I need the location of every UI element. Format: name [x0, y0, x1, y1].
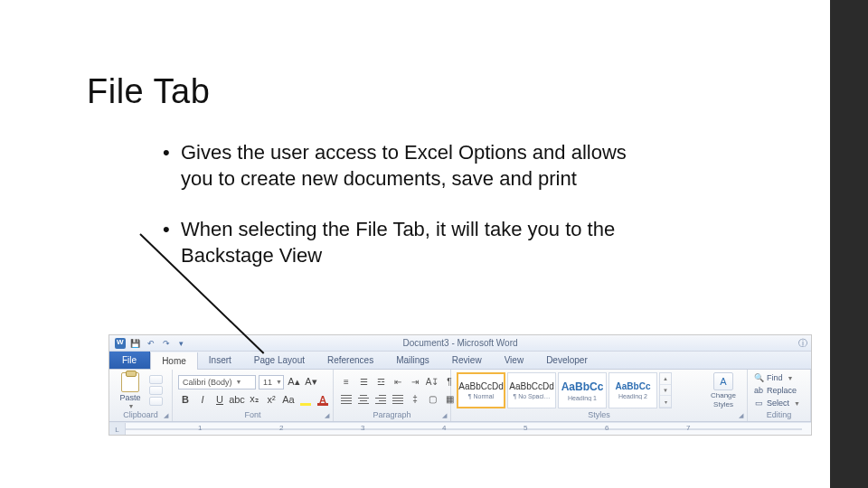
tab-page-layout[interactable]: Page Layout [243, 352, 316, 369]
align-center-button[interactable] [356, 392, 371, 407]
align-right-button[interactable] [373, 392, 388, 407]
quick-access-toolbar: 💾 ↶ ↷ ▾ [109, 337, 193, 349]
indent-increase-button[interactable]: ⇥ [408, 375, 422, 389]
ruler-number: 2 [279, 424, 283, 432]
dialog-launcher-icon[interactable]: ◢ [325, 412, 329, 419]
copy-button[interactable] [149, 386, 163, 395]
change-styles-line1: Change [711, 391, 736, 399]
bold-button[interactable]: B [178, 392, 193, 407]
style-heading-2[interactable]: AaBbCc Heading 2 [609, 372, 657, 408]
bullets-button[interactable]: ≡ [339, 375, 354, 389]
minimize-ribbon-icon[interactable]: ⓘ [798, 337, 807, 350]
cut-button[interactable] [149, 375, 163, 384]
qat-undo-button[interactable]: ↶ [145, 337, 156, 349]
superscript-button[interactable]: x² [264, 392, 278, 407]
ruler-ticks: 1 2 3 4 5 6 7 [126, 423, 802, 435]
find-icon: 🔍 [753, 372, 764, 383]
numbering-button[interactable]: ☰ [356, 375, 371, 389]
ruler-number: 5 [524, 424, 527, 432]
group-paragraph: ≡ ☰ ☲ ⇤ ⇥ A↧ ¶ ‡ ▢ [334, 370, 451, 421]
format-painter-button[interactable] [149, 397, 163, 406]
tab-mailings[interactable]: Mailings [385, 352, 441, 369]
horizontal-ruler: L 1 2 3 4 5 6 7 [109, 422, 811, 435]
line-spacing-button[interactable]: ‡ [408, 392, 422, 407]
find-button[interactable]: 🔍 Find▼ [753, 372, 800, 383]
multilevel-button[interactable]: ☲ [373, 375, 388, 389]
window-title: Document3 - Microsoft Word [402, 338, 517, 348]
ribbon-body: Paste ▼ Clipboard ◢ Calibri [109, 370, 811, 422]
bullet-text: Gives the user access to Excel Options a… [181, 140, 633, 192]
qat-save-button[interactable]: 💾 [129, 337, 141, 349]
bullet-dot-icon: • [163, 140, 174, 192]
paste-icon [121, 372, 139, 392]
slide-side-accent [830, 0, 868, 488]
group-font: Calibri (Body)▼ 11▼ A▴ A▾ B I U abc x₂ x… [173, 370, 334, 421]
style-normal[interactable]: AaBbCcDd ¶ Normal [457, 372, 505, 408]
sort-button[interactable]: A↧ [425, 375, 439, 389]
tab-developer[interactable]: Developer [535, 352, 599, 369]
tab-references[interactable]: References [316, 352, 385, 369]
more-icon: ▾ [660, 396, 671, 408]
ruler-number: 4 [442, 424, 446, 432]
highlight-button[interactable] [298, 392, 313, 407]
replace-button[interactable]: ab Replace [753, 385, 800, 396]
font-name-combo[interactable]: Calibri (Body)▼ [178, 375, 256, 389]
chevron-up-icon: ▲ [660, 373, 671, 385]
strikethrough-button[interactable]: abc [230, 392, 244, 407]
ruler-number: 6 [605, 424, 609, 432]
text-effects-button[interactable]: Aa [281, 392, 296, 407]
group-label-font: Font ◢ [178, 409, 327, 421]
group-clipboard: Paste ▼ Clipboard ◢ [109, 370, 173, 421]
styles-gallery: AaBbCcDd ¶ Normal AaBbCcDd ¶ No Spaci… A… [457, 372, 702, 408]
ruler-number: 3 [361, 424, 364, 432]
dialog-launcher-icon[interactable]: ◢ [739, 412, 743, 419]
change-styles-button[interactable]: A Change Styles [705, 372, 741, 408]
shrink-font-button[interactable]: A▾ [304, 375, 318, 389]
ruler-number: 1 [198, 424, 202, 432]
styles-gallery-more[interactable]: ▲ ▼ ▾ [659, 372, 672, 408]
dialog-launcher-icon[interactable]: ◢ [164, 412, 168, 419]
tab-home[interactable]: Home [150, 352, 198, 370]
bullet-item: • Gives the user access to Excel Options… [163, 140, 633, 192]
qat-redo-button[interactable]: ↷ [160, 337, 172, 349]
tab-file[interactable]: File [109, 352, 150, 369]
chevron-down-icon: ▼ [128, 403, 135, 409]
grow-font-button[interactable]: A▴ [287, 375, 301, 389]
word-title-bar: 💾 ↶ ↷ ▾ Document3 - Microsoft Word ⓘ [109, 335, 811, 352]
align-left-button[interactable] [339, 392, 354, 407]
group-label-styles: Styles ◢ [457, 409, 741, 421]
select-icon: ▭ [753, 398, 764, 408]
word-ribbon-screenshot: 💾 ↶ ↷ ▾ Document3 - Microsoft Word ⓘ Fil… [108, 334, 812, 436]
justify-button[interactable] [391, 392, 405, 407]
paste-button[interactable]: Paste ▼ [115, 372, 146, 409]
indent-decrease-button[interactable]: ⇤ [391, 375, 405, 389]
font-size-combo[interactable]: 11▼ [259, 375, 284, 389]
italic-button[interactable]: I [195, 392, 210, 407]
subscript-button[interactable]: x₂ [247, 392, 261, 407]
slide-title: File Tab [87, 72, 210, 111]
tab-review[interactable]: Review [441, 352, 494, 369]
style-heading-1[interactable]: AaBbCc Heading 1 [558, 372, 607, 408]
change-styles-icon: A [713, 372, 733, 390]
ruler-corner-icon[interactable]: L [109, 423, 126, 435]
ribbon-tab-strip: File Home Insert Page Layout References … [109, 352, 811, 370]
group-styles: AaBbCcDd ¶ Normal AaBbCcDd ¶ No Spaci… A… [451, 370, 748, 421]
shading-button[interactable]: ▢ [425, 392, 439, 407]
paste-label: Paste [119, 393, 140, 402]
bullet-item: • When selecting the File Tab, it will t… [163, 217, 633, 268]
change-styles-line2: Styles [713, 400, 733, 408]
qat-customize-button[interactable]: ▾ [175, 337, 187, 349]
underline-button[interactable]: U [212, 392, 227, 407]
style-no-spacing[interactable]: AaBbCcDd ¶ No Spaci… [507, 372, 556, 408]
tab-insert[interactable]: Insert [198, 352, 243, 369]
font-color-button[interactable]: A [316, 392, 330, 407]
select-button[interactable]: ▭ Select▼ [753, 398, 800, 408]
tab-view[interactable]: View [494, 352, 536, 369]
ruler-number: 7 [686, 424, 690, 432]
group-editing: 🔍 Find▼ ab Replace ▭ Select▼ Editing [748, 370, 811, 421]
bullet-list: • Gives the user access to Excel Options… [163, 140, 633, 294]
dialog-launcher-icon[interactable]: ◢ [442, 412, 447, 419]
group-label-editing: Editing [753, 409, 805, 421]
group-label-paragraph: Paragraph ◢ [339, 409, 445, 421]
word-app-icon [115, 338, 126, 349]
